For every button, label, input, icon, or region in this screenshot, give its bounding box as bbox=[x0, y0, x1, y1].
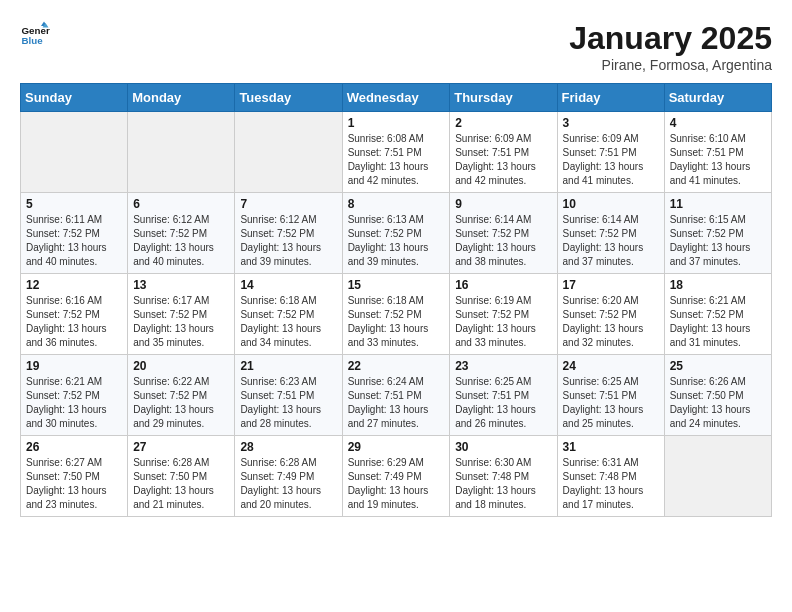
day-number: 28 bbox=[240, 440, 336, 454]
day-number: 4 bbox=[670, 116, 766, 130]
day-info: Sunrise: 6:28 AM Sunset: 7:50 PM Dayligh… bbox=[133, 456, 229, 512]
day-number: 7 bbox=[240, 197, 336, 211]
day-info: Sunrise: 6:09 AM Sunset: 7:51 PM Dayligh… bbox=[455, 132, 551, 188]
day-number: 3 bbox=[563, 116, 659, 130]
calendar-cell: 12Sunrise: 6:16 AM Sunset: 7:52 PM Dayli… bbox=[21, 274, 128, 355]
calendar-cell: 17Sunrise: 6:20 AM Sunset: 7:52 PM Dayli… bbox=[557, 274, 664, 355]
day-number: 2 bbox=[455, 116, 551, 130]
day-info: Sunrise: 6:12 AM Sunset: 7:52 PM Dayligh… bbox=[240, 213, 336, 269]
day-info: Sunrise: 6:10 AM Sunset: 7:51 PM Dayligh… bbox=[670, 132, 766, 188]
calendar-table: SundayMondayTuesdayWednesdayThursdayFrid… bbox=[20, 83, 772, 517]
day-number: 26 bbox=[26, 440, 122, 454]
calendar-cell: 7Sunrise: 6:12 AM Sunset: 7:52 PM Daylig… bbox=[235, 193, 342, 274]
day-number: 25 bbox=[670, 359, 766, 373]
day-info: Sunrise: 6:08 AM Sunset: 7:51 PM Dayligh… bbox=[348, 132, 445, 188]
day-number: 31 bbox=[563, 440, 659, 454]
day-info: Sunrise: 6:25 AM Sunset: 7:51 PM Dayligh… bbox=[563, 375, 659, 431]
day-info: Sunrise: 6:14 AM Sunset: 7:52 PM Dayligh… bbox=[455, 213, 551, 269]
day-of-week-header: Wednesday bbox=[342, 84, 450, 112]
calendar-cell: 1Sunrise: 6:08 AM Sunset: 7:51 PM Daylig… bbox=[342, 112, 450, 193]
day-number: 12 bbox=[26, 278, 122, 292]
day-of-week-header: Thursday bbox=[450, 84, 557, 112]
day-info: Sunrise: 6:28 AM Sunset: 7:49 PM Dayligh… bbox=[240, 456, 336, 512]
day-info: Sunrise: 6:11 AM Sunset: 7:52 PM Dayligh… bbox=[26, 213, 122, 269]
day-info: Sunrise: 6:30 AM Sunset: 7:48 PM Dayligh… bbox=[455, 456, 551, 512]
day-info: Sunrise: 6:14 AM Sunset: 7:52 PM Dayligh… bbox=[563, 213, 659, 269]
calendar-cell: 5Sunrise: 6:11 AM Sunset: 7:52 PM Daylig… bbox=[21, 193, 128, 274]
day-info: Sunrise: 6:25 AM Sunset: 7:51 PM Dayligh… bbox=[455, 375, 551, 431]
day-number: 24 bbox=[563, 359, 659, 373]
calendar-week-row: 19Sunrise: 6:21 AM Sunset: 7:52 PM Dayli… bbox=[21, 355, 772, 436]
day-number: 19 bbox=[26, 359, 122, 373]
day-info: Sunrise: 6:16 AM Sunset: 7:52 PM Dayligh… bbox=[26, 294, 122, 350]
day-number: 5 bbox=[26, 197, 122, 211]
day-info: Sunrise: 6:23 AM Sunset: 7:51 PM Dayligh… bbox=[240, 375, 336, 431]
day-number: 16 bbox=[455, 278, 551, 292]
calendar-week-row: 26Sunrise: 6:27 AM Sunset: 7:50 PM Dayli… bbox=[21, 436, 772, 517]
calendar-week-row: 5Sunrise: 6:11 AM Sunset: 7:52 PM Daylig… bbox=[21, 193, 772, 274]
calendar-cell: 30Sunrise: 6:30 AM Sunset: 7:48 PM Dayli… bbox=[450, 436, 557, 517]
calendar-cell: 31Sunrise: 6:31 AM Sunset: 7:48 PM Dayli… bbox=[557, 436, 664, 517]
calendar-week-row: 12Sunrise: 6:16 AM Sunset: 7:52 PM Dayli… bbox=[21, 274, 772, 355]
day-number: 30 bbox=[455, 440, 551, 454]
calendar-cell: 15Sunrise: 6:18 AM Sunset: 7:52 PM Dayli… bbox=[342, 274, 450, 355]
calendar-cell bbox=[21, 112, 128, 193]
day-info: Sunrise: 6:15 AM Sunset: 7:52 PM Dayligh… bbox=[670, 213, 766, 269]
day-info: Sunrise: 6:29 AM Sunset: 7:49 PM Dayligh… bbox=[348, 456, 445, 512]
calendar-cell: 29Sunrise: 6:29 AM Sunset: 7:49 PM Dayli… bbox=[342, 436, 450, 517]
calendar-cell: 3Sunrise: 6:09 AM Sunset: 7:51 PM Daylig… bbox=[557, 112, 664, 193]
day-number: 21 bbox=[240, 359, 336, 373]
day-info: Sunrise: 6:18 AM Sunset: 7:52 PM Dayligh… bbox=[348, 294, 445, 350]
day-info: Sunrise: 6:13 AM Sunset: 7:52 PM Dayligh… bbox=[348, 213, 445, 269]
calendar-cell: 21Sunrise: 6:23 AM Sunset: 7:51 PM Dayli… bbox=[235, 355, 342, 436]
calendar-cell: 25Sunrise: 6:26 AM Sunset: 7:50 PM Dayli… bbox=[664, 355, 771, 436]
day-number: 18 bbox=[670, 278, 766, 292]
day-number: 29 bbox=[348, 440, 445, 454]
calendar-cell: 6Sunrise: 6:12 AM Sunset: 7:52 PM Daylig… bbox=[128, 193, 235, 274]
day-info: Sunrise: 6:27 AM Sunset: 7:50 PM Dayligh… bbox=[26, 456, 122, 512]
day-info: Sunrise: 6:31 AM Sunset: 7:48 PM Dayligh… bbox=[563, 456, 659, 512]
day-info: Sunrise: 6:24 AM Sunset: 7:51 PM Dayligh… bbox=[348, 375, 445, 431]
page-header: General Blue January 2025 Pirane, Formos… bbox=[20, 20, 772, 73]
day-number: 10 bbox=[563, 197, 659, 211]
day-number: 13 bbox=[133, 278, 229, 292]
calendar-cell bbox=[664, 436, 771, 517]
calendar-cell: 14Sunrise: 6:18 AM Sunset: 7:52 PM Dayli… bbox=[235, 274, 342, 355]
day-info: Sunrise: 6:17 AM Sunset: 7:52 PM Dayligh… bbox=[133, 294, 229, 350]
day-of-week-header: Saturday bbox=[664, 84, 771, 112]
calendar-cell: 11Sunrise: 6:15 AM Sunset: 7:52 PM Dayli… bbox=[664, 193, 771, 274]
day-info: Sunrise: 6:21 AM Sunset: 7:52 PM Dayligh… bbox=[670, 294, 766, 350]
day-info: Sunrise: 6:26 AM Sunset: 7:50 PM Dayligh… bbox=[670, 375, 766, 431]
day-number: 15 bbox=[348, 278, 445, 292]
title-section: January 2025 Pirane, Formosa, Argentina bbox=[569, 20, 772, 73]
day-info: Sunrise: 6:18 AM Sunset: 7:52 PM Dayligh… bbox=[240, 294, 336, 350]
calendar-cell bbox=[128, 112, 235, 193]
day-number: 1 bbox=[348, 116, 445, 130]
calendar-cell: 28Sunrise: 6:28 AM Sunset: 7:49 PM Dayli… bbox=[235, 436, 342, 517]
day-number: 22 bbox=[348, 359, 445, 373]
header-row: SundayMondayTuesdayWednesdayThursdayFrid… bbox=[21, 84, 772, 112]
day-of-week-header: Tuesday bbox=[235, 84, 342, 112]
day-info: Sunrise: 6:09 AM Sunset: 7:51 PM Dayligh… bbox=[563, 132, 659, 188]
day-number: 9 bbox=[455, 197, 551, 211]
location-subtitle: Pirane, Formosa, Argentina bbox=[569, 57, 772, 73]
calendar-cell: 22Sunrise: 6:24 AM Sunset: 7:51 PM Dayli… bbox=[342, 355, 450, 436]
calendar-cell: 8Sunrise: 6:13 AM Sunset: 7:52 PM Daylig… bbox=[342, 193, 450, 274]
day-number: 17 bbox=[563, 278, 659, 292]
calendar-cell: 16Sunrise: 6:19 AM Sunset: 7:52 PM Dayli… bbox=[450, 274, 557, 355]
calendar-cell bbox=[235, 112, 342, 193]
day-info: Sunrise: 6:22 AM Sunset: 7:52 PM Dayligh… bbox=[133, 375, 229, 431]
calendar-cell: 20Sunrise: 6:22 AM Sunset: 7:52 PM Dayli… bbox=[128, 355, 235, 436]
calendar-cell: 23Sunrise: 6:25 AM Sunset: 7:51 PM Dayli… bbox=[450, 355, 557, 436]
logo: General Blue bbox=[20, 20, 50, 50]
day-number: 23 bbox=[455, 359, 551, 373]
day-number: 11 bbox=[670, 197, 766, 211]
day-of-week-header: Sunday bbox=[21, 84, 128, 112]
calendar-cell: 4Sunrise: 6:10 AM Sunset: 7:51 PM Daylig… bbox=[664, 112, 771, 193]
svg-text:Blue: Blue bbox=[22, 35, 44, 46]
day-number: 14 bbox=[240, 278, 336, 292]
day-number: 8 bbox=[348, 197, 445, 211]
day-info: Sunrise: 6:19 AM Sunset: 7:52 PM Dayligh… bbox=[455, 294, 551, 350]
calendar-cell: 19Sunrise: 6:21 AM Sunset: 7:52 PM Dayli… bbox=[21, 355, 128, 436]
calendar-cell: 10Sunrise: 6:14 AM Sunset: 7:52 PM Dayli… bbox=[557, 193, 664, 274]
